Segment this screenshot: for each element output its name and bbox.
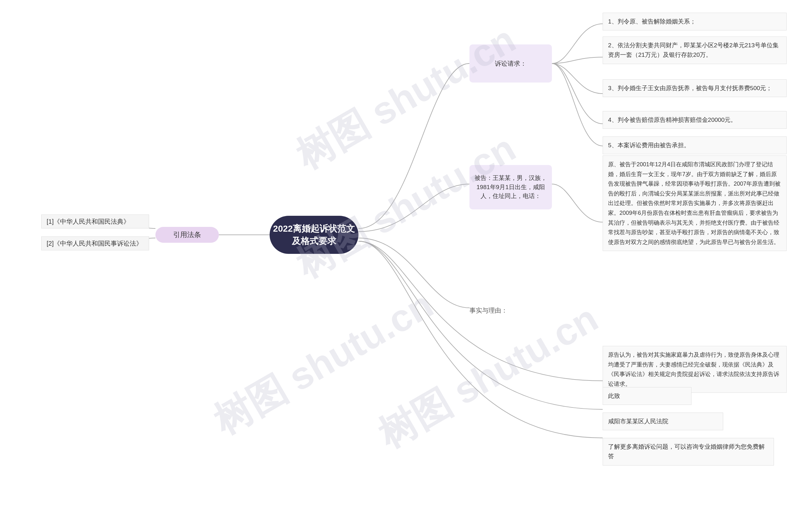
left-mid-label: 引用法条 bbox=[173, 230, 201, 240]
court-text: 咸阳市某某区人民法院 bbox=[608, 418, 668, 425]
fact-content-box: 原、被告于2001年12月4日在咸阳市渭城区民政部门办理了登记结婚，婚后生育一女… bbox=[603, 156, 787, 251]
reason-content-text: 原告认为，被告对其实施家庭暴力及虐待行为，致使原告身体及心理均遭受了严重伤害，夫… bbox=[608, 352, 779, 387]
left-leaf-2: [2]《中华人民共和国民事诉讼法》 bbox=[41, 236, 149, 250]
request-leaf-2: 2、依法分割夫妻共同财产，即某某小区2号楼2单元213号单位集资房一套（21万元… bbox=[603, 37, 787, 64]
defendant-label: 被告：王某某，男，汉族，1981年9月1日出生，咸阳人，住址同上，电话： bbox=[473, 174, 549, 201]
fact-content-text: 原、被告于2001年12月4日在咸阳市渭城区民政部门办理了登记结婚，婚后生育一女… bbox=[608, 161, 780, 245]
request-leaf-4-text: 4、判令被告赔偿原告精神损害赔偿金20000元。 bbox=[608, 117, 736, 123]
litigation-request-node: 诉讼请求： bbox=[470, 44, 552, 82]
fact-reason-label: 事实与理由： bbox=[470, 306, 507, 315]
left-leaf-2-text: [2]《中华人民共和国民事诉讼法》 bbox=[47, 239, 142, 248]
left-mid-node: 引用法条 bbox=[155, 227, 219, 243]
consult-box: 了解更多离婚诉讼问题，可以咨询专业婚姻律师为您免费解答 bbox=[603, 438, 774, 465]
request-leaf-3-text: 3、判令婚生子王女由原告抚养，被告每月支付抚养费500元； bbox=[608, 85, 772, 92]
consult-text: 了解更多离婚诉讼问题，可以咨询专业婚姻律师为您免费解答 bbox=[608, 443, 765, 460]
central-node: 2022离婚起诉状范文及格式要求 bbox=[270, 216, 358, 254]
defendant-node: 被告：王某某，男，汉族，1981年9月1日出生，咸阳人，住址同上，电话： bbox=[470, 165, 552, 209]
central-title: 2022离婚起诉状范文及格式要求 bbox=[270, 222, 358, 247]
request-leaf-1-text: 1、判令原、被告解除婚姻关系； bbox=[608, 18, 696, 25]
request-leaf-3: 3、判令婚生子王女由原告抚养，被告每月支付抚养费500元； bbox=[603, 79, 787, 97]
litigation-request-label: 诉讼请求： bbox=[495, 59, 526, 68]
mindmap-container: 2022离婚起诉状范文及格式要求 引用法条 [1]《中华人民共和国民法典》 [2… bbox=[0, 0, 812, 522]
request-leaf-4: 4、判令被告赔偿原告精神损害赔偿金20000元。 bbox=[603, 111, 787, 129]
court-box: 咸阳市某某区人民法院 bbox=[603, 413, 723, 430]
left-leaf-1: [1]《中华人民共和国民法典》 bbox=[41, 215, 149, 228]
zhi-zhi-box: 此致 bbox=[603, 387, 691, 405]
request-leaf-1: 1、判令原、被告解除婚姻关系； bbox=[603, 13, 787, 31]
request-leaf-5: 5、本案诉讼费用由被告承担。 bbox=[603, 137, 787, 154]
left-leaf-1-text: [1]《中华人民共和国民法典》 bbox=[47, 217, 130, 226]
zhi-zhi-text: 此致 bbox=[608, 393, 620, 399]
fact-reason-title: 事实与理由： bbox=[470, 307, 507, 314]
request-leaf-5-text: 5、本案诉讼费用由被告承担。 bbox=[608, 142, 690, 148]
request-leaf-2-text: 2、依法分割夫妻共同财产，即某某小区2号楼2单元213号单位集资房一套（21万元… bbox=[608, 42, 779, 58]
reason-content-box: 原告认为，被告对其实施家庭暴力及虐待行为，致使原告身体及心理均遭受了严重伤害，夫… bbox=[603, 346, 787, 393]
